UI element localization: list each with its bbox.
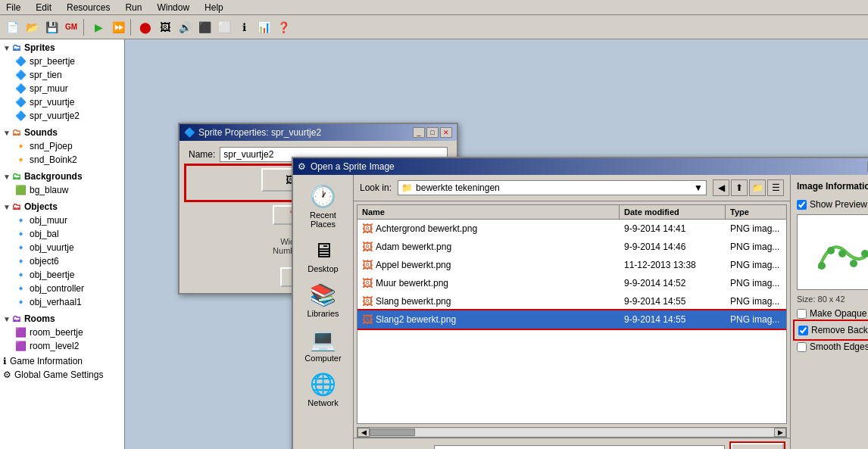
file-row-2[interactable]: 🖼 Appel bewerkt.png 11-12-2013 13:38 PNG… bbox=[358, 256, 786, 274]
menu-resources[interactable]: Resources bbox=[64, 2, 113, 13]
nav-desktop[interactable]: 🖥 Desktop bbox=[297, 235, 350, 276]
hscroll-right[interactable]: ▶ bbox=[774, 428, 786, 437]
tree-item-obj-controller[interactable]: 🔹 obj_controller bbox=[0, 282, 124, 295]
toolbar-info[interactable]: ℹ bbox=[235, 18, 253, 36]
tree-item-obj-muur[interactable]: 🔹 obj_muur bbox=[0, 214, 124, 227]
objects-header[interactable]: ▼ 🗂 Objects bbox=[0, 200, 124, 214]
tree-item-obj-bal[interactable]: 🔹 obj_bal bbox=[0, 227, 124, 241]
toolbar-run[interactable]: ▶ bbox=[89, 18, 108, 36]
tree-item-spr-muur[interactable]: 🔷 spr_muur bbox=[0, 82, 124, 95]
network-icon: 🌐 bbox=[310, 372, 336, 397]
toolbar-bg[interactable]: ⬛ bbox=[195, 18, 214, 36]
tree-item-snd-boink2[interactable]: 🔸 snd_Boink2 bbox=[0, 153, 124, 167]
tree-item-room-level2[interactable]: 🟪 room_level2 bbox=[0, 339, 124, 353]
menu-help[interactable]: Help bbox=[201, 2, 226, 13]
file-rows-container: 🖼 Achtergrond bewerkt.png 9-9-2014 14:41… bbox=[358, 220, 786, 329]
sounds-header[interactable]: ▼ 🗂 Sounds bbox=[0, 126, 124, 139]
sprite-name: spr_vuurtje bbox=[30, 97, 74, 108]
hscroll-thumb[interactable] bbox=[370, 429, 415, 436]
file-name: Appel bewerkt.png bbox=[376, 260, 451, 270]
obj-name: obj_muur bbox=[30, 215, 67, 226]
show-preview-checkbox[interactable] bbox=[797, 200, 807, 210]
rooms-header[interactable]: ▼ 🗂 Rooms bbox=[0, 312, 124, 326]
sprite-dialog-maximize[interactable]: □ bbox=[426, 127, 439, 138]
toolbar-debug[interactable]: ⏩ bbox=[109, 18, 127, 36]
remove-background-checkbox[interactable] bbox=[798, 326, 808, 335]
tree-item-room-beertje[interactable]: 🟪 room_beertje bbox=[0, 326, 124, 339]
content-area: GAME MAKER 🔷 Sprite Properties: spr_vuur… bbox=[125, 39, 868, 449]
toolbar-save[interactable]: 💾 bbox=[42, 18, 61, 36]
file-date: 9-9-2014 14:46 bbox=[620, 240, 726, 254]
backgrounds-header[interactable]: ▼ 🗂 Backgrounds bbox=[0, 170, 124, 183]
toolbar-sound[interactable]: 🔊 bbox=[176, 18, 194, 36]
horizontal-scrollbar[interactable]: ◀ ▶ bbox=[357, 427, 787, 438]
toolbar-gm[interactable]: GM bbox=[62, 18, 80, 36]
tree-item-spr-tien[interactable]: 🔷 spr_tien bbox=[0, 68, 124, 82]
tree-item-spr-vuurtje[interactable]: 🔷 spr_vuurtje bbox=[0, 95, 124, 109]
menu-file[interactable]: File bbox=[3, 2, 23, 13]
smooth-edges-row: Smooth Edges bbox=[797, 341, 868, 352]
remove-background-label: Remove Background bbox=[811, 325, 868, 335]
sprite-dialog-minimize[interactable]: _ bbox=[413, 127, 425, 138]
tree-item-obj-beertje[interactable]: 🔹 obj_beertje bbox=[0, 268, 124, 282]
bg-name: bg_blauw bbox=[30, 185, 68, 195]
obj-icon: 🔹 bbox=[15, 242, 27, 253]
file-row-5[interactable]: 🖼 Slang2 bewerkt.png 9-9-2014 14:55 PNG … bbox=[358, 310, 786, 329]
menu-window[interactable]: Window bbox=[154, 2, 192, 13]
make-opaque-row: Make Opaque bbox=[797, 308, 868, 319]
nav-libraries[interactable]: 📚 Libraries bbox=[297, 279, 350, 321]
open-button[interactable]: Open bbox=[731, 443, 784, 449]
nav-network[interactable]: 🌐 Network bbox=[297, 369, 350, 410]
toolbar-stop[interactable]: ⬤ bbox=[136, 18, 155, 36]
svg-point-2 bbox=[838, 250, 846, 257]
tree-item-snd-pjoep[interactable]: 🔸 snd_Pjoep bbox=[0, 139, 124, 153]
file-type: PNG imag... bbox=[726, 258, 786, 272]
file-icon: 🖼 bbox=[362, 277, 373, 289]
hscroll-left[interactable]: ◀ bbox=[358, 428, 370, 437]
remove-background-row: Remove Background bbox=[798, 325, 868, 335]
nav-computer[interactable]: 💻 Computer bbox=[297, 324, 350, 366]
obj-name: obj_vuurtje bbox=[30, 242, 74, 253]
make-opaque-checkbox[interactable] bbox=[797, 309, 807, 319]
sprites-expand-icon: ▼ bbox=[3, 44, 11, 52]
global-game-settings[interactable]: ⚙ Global Game Settings bbox=[0, 368, 124, 382]
sprite-dialog-close[interactable]: ✕ bbox=[440, 127, 452, 138]
open-dialog-body: 🕐 Recent Places 🖥 Desktop 📚 Libraries 💻 … bbox=[293, 175, 868, 449]
file-row-1[interactable]: 🖼 Adam bewerkt.png 9-9-2014 14:46 PNG im… bbox=[358, 238, 786, 256]
toolbar-open[interactable]: 📂 bbox=[23, 18, 41, 36]
menu-run[interactable]: Run bbox=[122, 2, 145, 13]
toolbar-help[interactable]: ❓ bbox=[274, 18, 292, 36]
look-in-select[interactable]: 📁 bewerkte tekeningen ▼ bbox=[398, 180, 707, 195]
libraries-label: Libraries bbox=[307, 309, 339, 318]
backgrounds-section: ▼ 🗂 Backgrounds 🟩 bg_blauw bbox=[0, 168, 124, 198]
toolbar-sprite[interactable]: 🖼 bbox=[156, 18, 174, 36]
obj-name: obj_bal bbox=[30, 229, 59, 239]
open-dialog-title: Open a Sprite Image bbox=[311, 161, 395, 172]
nav-recent-places[interactable]: 🕐 Recent Places bbox=[297, 181, 350, 232]
tree-item-obj-verhaal1[interactable]: 🔹 obj_verhaal1 bbox=[0, 295, 124, 309]
menu-edit[interactable]: Edit bbox=[33, 2, 55, 13]
filename-input[interactable]: Slang2 bewerkt.png bbox=[434, 445, 725, 449]
sprite-dialog-buttons: _ □ ✕ bbox=[413, 127, 452, 138]
tree-item-obj-vuurtje[interactable]: 🔹 obj_vuurtje bbox=[0, 241, 124, 254]
nav-up-button[interactable]: ⬆ bbox=[731, 179, 748, 196]
tree-item-spr-beertje[interactable]: 🔷 spr_beertje bbox=[0, 55, 124, 68]
file-row-4[interactable]: 🖼 Slang bewerkt.png 9-9-2014 14:55 PNG i… bbox=[358, 292, 786, 310]
nav-view-button[interactable]: ☰ bbox=[767, 179, 784, 196]
nav-new-folder-button[interactable]: 📁 bbox=[749, 179, 766, 196]
toolbar-data[interactable]: 📊 bbox=[254, 18, 273, 36]
tree-item-bg-blauw[interactable]: 🟩 bg_blauw bbox=[0, 183, 124, 197]
objects-section: ▼ 🗂 Objects 🔹 obj_muur 🔹 obj_bal 🔹 obj_v… bbox=[0, 198, 124, 310]
tree-item-spr-vuurtje2[interactable]: 🔷 spr_vuurtje2 bbox=[0, 109, 124, 123]
toolbar-new[interactable]: 📄 bbox=[3, 18, 21, 36]
obj-icon: 🔹 bbox=[15, 215, 27, 226]
nav-back-button[interactable]: ◀ bbox=[713, 179, 729, 196]
file-row-0[interactable]: 🖼 Achtergrond bewerkt.png 9-9-2014 14:41… bbox=[358, 220, 786, 238]
sprites-header[interactable]: ▼ 🗂 Sprites bbox=[0, 41, 124, 55]
filename-row: File name: Slang2 bewerkt.png Open bbox=[360, 443, 784, 449]
tree-item-object6[interactable]: 🔹 object6 bbox=[0, 254, 124, 268]
file-row-3[interactable]: 🖼 Muur bewerkt.png 9-9-2014 14:52 PNG im… bbox=[358, 274, 786, 292]
smooth-edges-checkbox[interactable] bbox=[797, 342, 807, 352]
toolbar-obj[interactable]: ⬜ bbox=[215, 18, 233, 36]
game-information[interactable]: ℹ Game Information bbox=[0, 354, 124, 368]
